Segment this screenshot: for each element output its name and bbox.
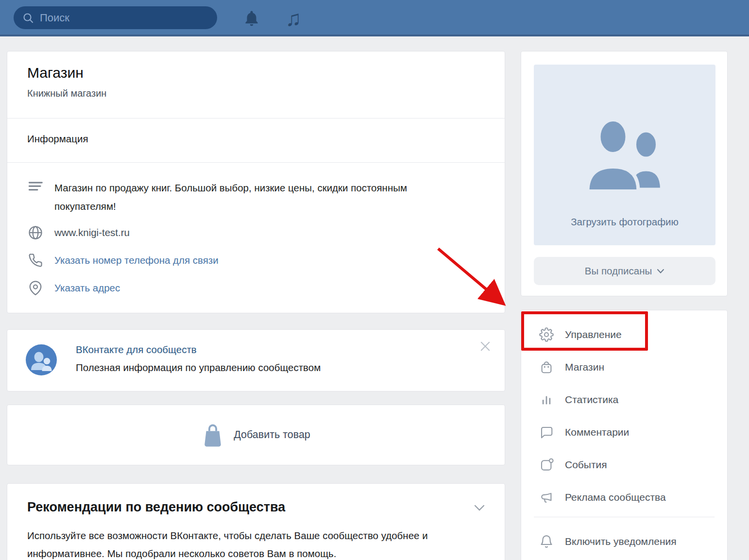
- menu-item-ads[interactable]: Реклама сообщества: [521, 484, 727, 511]
- notifications-bell-icon[interactable]: [241, 0, 262, 36]
- bell-icon: [539, 534, 554, 549]
- page-title: Магазин: [27, 65, 84, 81]
- shopping-bag-solid-icon: [202, 422, 224, 448]
- community-info-card: Магазин Книжный магазин Информация Магаз…: [7, 51, 505, 313]
- subscribed-label: Вы подписаны: [585, 265, 652, 277]
- menu-item-comments[interactable]: Комментарии: [521, 419, 727, 446]
- recommendations-title: Рекомендации по ведению сообщества: [27, 500, 285, 515]
- megaphone-icon: [539, 490, 554, 505]
- menu-item-enable-notifications[interactable]: Включить уведомления: [521, 528, 727, 555]
- location-pin-icon: [27, 281, 44, 295]
- chevron-down-icon: [657, 269, 664, 274]
- upload-photo-link[interactable]: Загрузить фотографию: [534, 216, 715, 228]
- shopping-bag-icon: [539, 360, 554, 374]
- phone-icon: [27, 253, 44, 268]
- divider: [534, 517, 715, 517]
- close-icon[interactable]: [478, 339, 492, 353]
- menu-item-statistics[interactable]: Статистика: [521, 386, 727, 413]
- comment-icon: [539, 425, 554, 440]
- recommendations-body: Используйте все возможности ВКонтакте, ч…: [27, 526, 489, 560]
- description-lines-icon: [27, 179, 44, 194]
- menu-item-label: Комментарии: [565, 426, 629, 438]
- community-photo-card: Загрузить фотографию Вы подписаны: [521, 51, 728, 296]
- page-subtitle: Книжный магазин: [27, 88, 106, 99]
- stats-icon: [539, 392, 554, 407]
- community-people-icon: [576, 115, 673, 197]
- music-icon[interactable]: ♫: [282, 0, 305, 36]
- photo-placeholder[interactable]: Загрузить фотографию: [534, 65, 715, 245]
- website-row: www.knigi-test.ru: [27, 225, 130, 240]
- menu-item-label: Включить уведомления: [565, 536, 677, 547]
- menu-item-label: События: [565, 459, 607, 471]
- description-row: Магазин по продажу книг. Большой выбор, …: [27, 179, 426, 216]
- phone-row: Указать номер телефона для связи: [27, 253, 219, 268]
- menu-item-events[interactable]: События: [521, 451, 727, 478]
- add-product-button[interactable]: Добавить товар: [7, 405, 505, 465]
- add-address-link[interactable]: Указать адрес: [54, 282, 120, 294]
- subscribed-button[interactable]: Вы подписаны: [534, 257, 715, 285]
- menu-item-label: Реклама сообщества: [565, 492, 666, 503]
- website-link[interactable]: www.knigi-test.ru: [54, 227, 130, 238]
- add-product-label: Добавить товар: [234, 429, 310, 441]
- search-box[interactable]: [14, 6, 217, 29]
- chevron-down-icon[interactable]: [474, 504, 485, 514]
- address-row: Указать адрес: [27, 281, 120, 295]
- community-admin-menu: Управление Магазин Статистика Комментари…: [521, 310, 728, 560]
- menu-item-label: Статистика: [565, 394, 618, 406]
- vk-communities-banner: ВКонтакте для сообществ Полезная информа…: [7, 329, 505, 391]
- search-input[interactable]: [40, 12, 208, 24]
- search-icon: [22, 12, 34, 24]
- add-phone-link[interactable]: Указать номер телефона для связи: [54, 255, 219, 266]
- globe-icon: [27, 225, 44, 240]
- top-navbar: ♫: [0, 0, 749, 36]
- menu-item-manage[interactable]: Управление: [521, 321, 727, 348]
- events-icon: [539, 458, 554, 472]
- community-description: Магазин по продажу книг. Большой выбор, …: [54, 179, 426, 216]
- banner-title-link[interactable]: ВКонтакте для сообществ: [76, 344, 197, 356]
- divider: [7, 162, 505, 163]
- menu-item-label: Управление: [565, 329, 622, 340]
- menu-item-shop[interactable]: Магазин: [521, 354, 727, 381]
- banner-subtitle: Полезная информация по управлению сообще…: [76, 362, 321, 373]
- communities-avatar: [26, 344, 57, 375]
- divider: [7, 118, 505, 119]
- recommendations-card: Рекомендации по ведению сообщества Испол…: [7, 483, 505, 560]
- gear-icon: [539, 327, 554, 342]
- info-section-title: Информация: [27, 133, 88, 145]
- menu-item-label: Магазин: [565, 361, 604, 373]
